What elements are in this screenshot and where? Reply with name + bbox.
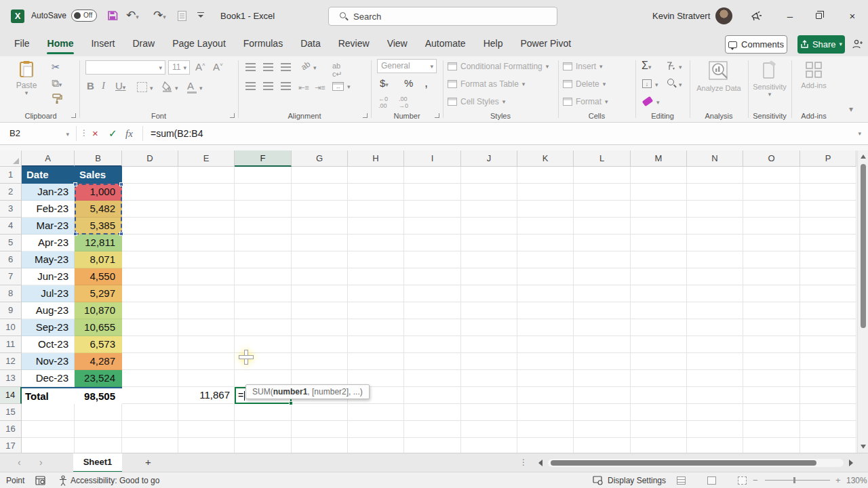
row-header-8[interactable]: 8 <box>0 285 22 302</box>
font-dialog-launcher-icon[interactable] <box>230 113 235 118</box>
analyze-data-button[interactable]: Analyze Data <box>690 60 747 93</box>
column-header-L[interactable]: L <box>574 150 631 167</box>
fill-color-button[interactable] <box>161 81 173 92</box>
horizontal-scroll-thumb[interactable] <box>551 460 816 466</box>
tab-home[interactable]: Home <box>39 33 83 56</box>
row-header-4[interactable]: 4 <box>0 218 22 235</box>
borders-button[interactable] <box>137 82 147 92</box>
column-header-O[interactable]: O <box>743 150 800 167</box>
format-painter-icon[interactable] <box>52 93 62 104</box>
shrink-font-button[interactable]: A˅ <box>213 62 223 72</box>
cell-B2[interactable]: 1,000 <box>75 184 122 201</box>
cell-B13[interactable]: 23,524 <box>75 370 122 387</box>
accounting-format-button[interactable]: $▾ <box>380 78 389 88</box>
clear-button[interactable] <box>642 96 654 106</box>
wrap-text-button[interactable]: abc↵ <box>332 62 342 79</box>
announcements-icon[interactable] <box>750 9 762 22</box>
tab-formulas[interactable]: Formulas <box>235 33 292 56</box>
tab-file[interactable]: File <box>5 33 39 56</box>
row-header-2[interactable]: 2 <box>0 184 22 201</box>
zoom-slider-thumb[interactable] <box>793 477 795 483</box>
cell-B6[interactable]: 8,071 <box>75 251 122 268</box>
row-header-13[interactable]: 13 <box>0 370 22 387</box>
column-header-H[interactable]: H <box>348 150 404 167</box>
italic-button[interactable]: I <box>102 81 105 91</box>
close-button[interactable]: × <box>841 0 864 33</box>
tab-help[interactable]: Help <box>475 33 512 56</box>
column-header-I[interactable]: I <box>404 150 461 167</box>
scroll-up-icon[interactable] <box>861 155 866 159</box>
row-header-7[interactable]: 7 <box>0 268 22 285</box>
next-sheet-icon[interactable]: › <box>39 457 43 468</box>
scroll-left-icon[interactable] <box>538 460 542 466</box>
font-color-button[interactable]: A <box>187 81 197 94</box>
prev-sheet-icon[interactable]: ‹ <box>18 457 21 468</box>
row-header-1[interactable]: 1 <box>0 167 22 184</box>
zoom-slider[interactable] <box>765 480 830 481</box>
column-header-P[interactable]: P <box>800 150 856 167</box>
tab-draw[interactable]: Draw <box>123 33 163 56</box>
page-break-preview-icon[interactable] <box>738 476 747 485</box>
save-icon[interactable] <box>107 10 118 21</box>
add-person-icon[interactable] <box>852 39 863 49</box>
undo-button[interactable]: ↶▾ <box>126 9 139 22</box>
tab-page-layout[interactable]: Page Layout <box>163 33 235 56</box>
align-top-icon[interactable] <box>245 63 256 71</box>
column-header-B[interactable]: B <box>75 150 122 167</box>
copy-icon[interactable]: ⧉▾ <box>52 78 62 88</box>
zoom-out-icon[interactable]: − <box>753 475 758 485</box>
excel-logo-icon[interactable]: X <box>11 9 24 23</box>
column-header-M[interactable]: M <box>631 150 687 167</box>
grow-font-button[interactable]: A˄ <box>195 62 205 72</box>
zoom-level[interactable]: 130% <box>846 476 867 485</box>
cell-A5[interactable]: Apr-23 <box>22 235 75 251</box>
autosave-toggle[interactable]: Off <box>71 9 97 22</box>
cell-B1-sales-header[interactable]: Sales <box>75 167 122 184</box>
tab-review[interactable]: Review <box>330 33 378 56</box>
expand-formula-bar-icon[interactable]: ▾ <box>858 131 861 137</box>
cell-styles-button[interactable]: Cell Styles▾ <box>448 97 505 106</box>
row-header-12[interactable]: 12 <box>0 353 22 370</box>
column-header-N[interactable]: N <box>687 150 743 167</box>
row-header-11[interactable]: 11 <box>0 336 22 353</box>
align-left-icon[interactable] <box>245 82 256 90</box>
tab-scrollbar-splitter-icon[interactable]: ⋮ <box>519 458 528 467</box>
row-header-14[interactable]: 14 <box>0 387 22 404</box>
fill-button[interactable]: ↓ <box>642 79 652 88</box>
scroll-down-icon[interactable] <box>861 445 866 449</box>
scroll-right-icon[interactable] <box>849 460 853 466</box>
cell-A3[interactable]: Feb-23 <box>22 201 75 218</box>
increase-decimal-icon[interactable]: ←0.00 <box>378 96 388 109</box>
cell-A7[interactable]: Jun-23 <box>22 268 75 285</box>
cell-B12[interactable]: 4,287 <box>75 353 122 370</box>
vertical-scroll-thumb[interactable] <box>861 164 866 328</box>
merge-center-button[interactable]: ↔ <box>332 82 344 91</box>
normal-view-icon[interactable] <box>677 476 686 485</box>
row-header-17[interactable]: 17 <box>0 438 22 453</box>
cell-A10[interactable]: Sep-23 <box>22 319 75 336</box>
row-header-9[interactable]: 9 <box>0 302 22 319</box>
bold-button[interactable]: B <box>87 81 94 91</box>
comma-style-button[interactable]: , <box>425 77 428 89</box>
cell-A9[interactable]: Aug-23 <box>22 302 75 319</box>
decrease-indent-icon[interactable]: ⇤≡ <box>298 83 309 92</box>
row-header-3[interactable]: 3 <box>0 201 22 218</box>
cell-A13[interactable]: Dec-23 <box>22 370 75 387</box>
formula-bar-splitter-icon[interactable]: ⋮ <box>80 128 87 138</box>
fill-handle-icon[interactable] <box>289 401 293 405</box>
cell-A12[interactable]: Nov-23 <box>22 353 75 370</box>
row-header-15[interactable]: 15 <box>0 404 22 421</box>
clipboard-dialog-launcher-icon[interactable] <box>71 113 76 118</box>
zoom-in-icon[interactable]: + <box>835 475 841 485</box>
column-header-J[interactable]: J <box>461 150 517 167</box>
insert-function-button[interactable]: fx <box>125 127 133 140</box>
select-all-corner[interactable] <box>0 150 22 167</box>
row-header-16[interactable]: 16 <box>0 421 22 438</box>
minimize-button[interactable]: – <box>778 0 802 33</box>
tab-automate[interactable]: Automate <box>416 33 475 56</box>
font-name-select[interactable]: ▾ <box>85 60 165 75</box>
accessibility-icon[interactable] <box>58 475 68 486</box>
vertical-scrollbar[interactable] <box>857 150 868 453</box>
column-header-A[interactable]: A <box>22 150 75 167</box>
sheet-tab-sheet1[interactable]: Sheet1 <box>73 453 122 472</box>
